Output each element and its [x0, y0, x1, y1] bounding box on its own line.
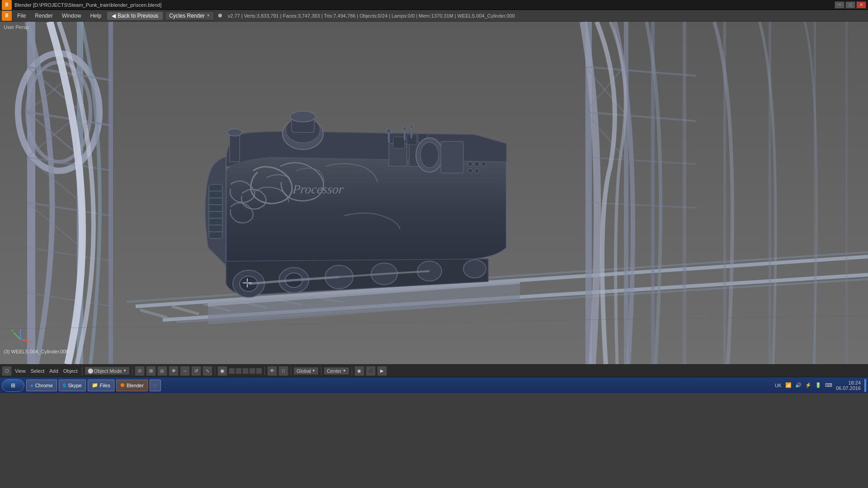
svg-rect-77	[845, 22, 848, 364]
taskbar-chrome[interactable]: ● Chrome	[26, 380, 57, 391]
back-label: Back to Previous	[118, 13, 158, 19]
windows-logo-icon: ⊞	[11, 382, 15, 389]
titlebar-controls[interactable]: ─ □ ✕	[835, 1, 866, 9]
svg-rect-58	[441, 141, 463, 173]
layer-btn-1[interactable]	[229, 368, 235, 374]
3d-scene: Processor	[0, 22, 868, 364]
pivot-icon[interactable]: ⊙	[135, 366, 145, 376]
close-button[interactable]: ✕	[856, 1, 866, 9]
mode-icon: ⬤	[88, 368, 93, 374]
svg-point-59	[468, 162, 472, 166]
titlebar: B Blender [D:\PROJECTS\Steam_Punk_train\…	[0, 0, 868, 10]
pivot-center-select[interactable]: Center ▼	[324, 367, 349, 375]
svg-point-69	[410, 125, 413, 128]
gamepad-icon[interactable]: ⬛	[366, 366, 376, 376]
svg-text:Y: Y	[11, 328, 14, 333]
pivot-center-arrow-icon: ▼	[343, 369, 346, 373]
maximize-button[interactable]: □	[845, 1, 855, 9]
opengl-icon[interactable]: ◉	[354, 366, 364, 376]
object-menu[interactable]: Object	[61, 368, 80, 374]
svg-rect-73	[683, 22, 686, 364]
layer-btn-4[interactable]	[249, 368, 255, 374]
svg-point-40	[463, 260, 486, 278]
viewport[interactable]: Processor	[0, 22, 868, 364]
clock-date: 06.07.2016	[836, 385, 861, 391]
svg-line-93	[14, 333, 20, 339]
svg-point-68	[402, 127, 407, 131]
locale-label: UK	[775, 383, 782, 388]
svg-text:Z: Z	[19, 328, 22, 329]
taskbar-files[interactable]: 📁 Files	[88, 380, 114, 391]
move-icon[interactable]: ↔	[180, 366, 190, 376]
view-menu[interactable]: View	[13, 368, 28, 374]
snap-icon[interactable]: ⊞	[146, 366, 156, 376]
taskbar-unknown[interactable]: □	[150, 380, 161, 391]
show-desktop-button[interactable]	[864, 379, 866, 392]
svg-point-50	[227, 129, 242, 136]
svg-point-62	[468, 169, 472, 173]
selected-object-info: (3) WEELS.004_Cylinder.000	[4, 349, 69, 354]
taskbar-blender[interactable]: ⬢ Blender	[116, 380, 148, 391]
transform-arrow-icon: ▼	[312, 369, 316, 373]
layer-btn-2[interactable]	[236, 368, 242, 374]
separator-5	[291, 367, 291, 375]
menu-file[interactable]: File	[14, 12, 29, 20]
scene-icon[interactable]: ⬡	[2, 366, 12, 376]
titlebar-left: B Blender [D:\PROJECTS\Steam_Punk_train\…	[2, 0, 161, 10]
mode-select[interactable]: ⬤ Object Mode ▼	[85, 366, 130, 375]
titlebar-title: Blender [D:\PROJECTS\Steam_Punk_train\bl…	[14, 2, 161, 8]
skype-icon: S	[63, 383, 66, 388]
layer-btn-5[interactable]	[256, 368, 262, 374]
menu-render[interactable]: Render	[31, 12, 56, 20]
menu-help[interactable]: Help	[86, 12, 105, 20]
renderer-select[interactable]: Cycles Render ▼	[165, 11, 214, 20]
manipulator-icon[interactable]: ✥	[169, 366, 179, 376]
clock-time: 18:24	[836, 380, 861, 385]
cycles-arrow-icon: ▼	[207, 14, 210, 18]
blender-taskbar-label: Blender	[127, 383, 144, 388]
svg-point-57	[420, 142, 439, 168]
render-icon[interactable]: □	[278, 366, 288, 376]
svg-text:X: X	[29, 340, 32, 345]
minimize-button[interactable]: ─	[835, 1, 844, 9]
viewport-perspective-label: User Persp	[4, 24, 28, 30]
svg-point-61	[481, 162, 486, 166]
proportional-icon[interactable]: ◎	[157, 366, 167, 376]
svg-point-60	[475, 162, 479, 166]
layer-btn-3[interactable]	[242, 368, 249, 374]
taskbar-skype[interactable]: S Skype	[59, 380, 86, 391]
svg-rect-49	[230, 132, 240, 162]
select-menu[interactable]: Select	[29, 368, 47, 374]
back-icon: ◀	[112, 13, 116, 19]
rotate-icon[interactable]: ↺	[191, 366, 201, 376]
axis-widget: X Y Z	[9, 328, 32, 351]
battery-icon: 🔋	[815, 382, 821, 388]
scale-icon[interactable]: ⤡	[203, 366, 212, 376]
svg-rect-53	[393, 137, 405, 148]
files-label: Files	[100, 383, 110, 388]
separator-6	[321, 367, 321, 375]
add-menu[interactable]: Add	[47, 368, 60, 374]
pivot-center-label: Center	[327, 368, 342, 374]
back-to-previous-button[interactable]: ◀ Back to Previous	[107, 11, 163, 20]
anim-icon[interactable]: ▶	[377, 366, 387, 376]
transform-orientation-select[interactable]: Global ▼	[293, 367, 319, 375]
clock: 18:24 06.07.2016	[836, 380, 861, 391]
taskbar: ⊞ ● Chrome S Skype 📁 Files ⬢ Blender □ U…	[0, 377, 868, 393]
skype-label: Skype	[68, 383, 82, 388]
layer-icon[interactable]: ▣	[217, 366, 227, 376]
menubar: B File Render Window Help ◀ Back to Prev…	[0, 10, 868, 22]
svg-rect-3	[108, 22, 113, 364]
svg-point-63	[475, 169, 479, 173]
files-icon: 📁	[92, 382, 98, 388]
separator-1	[82, 367, 82, 375]
mode-arrow-icon: ▼	[123, 369, 127, 373]
visible-icon[interactable]: 👁	[267, 366, 277, 376]
network-icon: 📶	[785, 382, 792, 388]
power-icon: ⚡	[805, 382, 811, 388]
chrome-icon: ●	[30, 383, 33, 388]
stats-bar: v2.77 | Verts:3,833,791 | Faces:3,747,39…	[228, 13, 515, 19]
separator-7	[352, 367, 352, 375]
windows-start-button[interactable]: ⊞	[2, 379, 24, 392]
menu-window[interactable]: Window	[58, 12, 85, 20]
